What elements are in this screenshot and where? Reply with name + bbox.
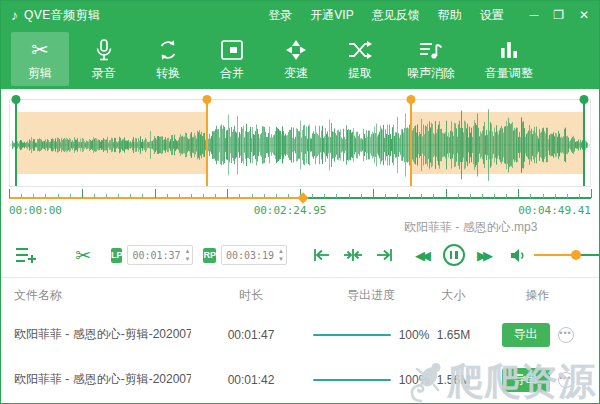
ruler-tick: [191, 194, 192, 198]
shuffle-icon: [348, 37, 372, 63]
cut-selection-icon[interactable]: ✂: [75, 244, 91, 267]
ruler-tick: [70, 194, 71, 198]
spin-down-icon[interactable]: ▼: [184, 255, 190, 263]
right-point-spinner[interactable]: ▲▼: [278, 247, 284, 263]
menu-login[interactable]: 登录: [268, 7, 292, 24]
speaker-icon[interactable]: [511, 249, 526, 262]
ruler-tick: [106, 194, 107, 198]
jump-to-cursor-icon[interactable]: [344, 248, 362, 262]
time-labels: 00:00:00 00:02:24.95 00:04:49.41: [9, 204, 591, 217]
volume-thumb[interactable]: [571, 250, 581, 260]
tab-denoise[interactable]: 噪声消除: [395, 32, 467, 86]
size-cell: 1.56M: [431, 373, 476, 387]
timeline-ruler[interactable]: [9, 187, 591, 203]
edit-control-bar: ✂ LP ▲▼ RP ▲▼ ◀◀ ▶▶: [1, 236, 599, 274]
col-header-duration: 时长: [191, 287, 311, 304]
rewind-icon[interactable]: ◀◀: [415, 248, 431, 263]
volume-bars-icon: [499, 37, 519, 63]
add-file-icon[interactable]: [15, 246, 37, 264]
ruler-tick: [58, 194, 59, 198]
size-cell: 1.65M: [431, 328, 476, 342]
table-row: 欧阳菲菲 - 感恩的心-剪辑-202007201742... 00:01:42 …: [1, 357, 599, 402]
tab-record[interactable]: 录音: [75, 32, 133, 86]
col-header-filename: 文件名称: [1, 287, 191, 304]
track-start-handle[interactable]: [15, 95, 17, 186]
ruler-tick: [336, 194, 337, 198]
ruler-tick: [567, 194, 568, 198]
ruler-tick: [421, 194, 422, 198]
ruler-tick: [397, 194, 398, 198]
current-file-name: 欧阳菲菲 - 感恩的心.mp3: [404, 219, 537, 236]
progress-cell: 100%: [311, 373, 431, 387]
waveform-canvas[interactable]: [10, 100, 590, 186]
scissors-icon: ✂: [31, 37, 49, 63]
menu-vip[interactable]: 开通VIP: [310, 7, 353, 24]
ruler-tick: [33, 194, 34, 198]
more-options-icon[interactable]: •••: [558, 372, 574, 388]
spin-down-icon[interactable]: ▼: [278, 255, 284, 263]
export-button[interactable]: 导出: [502, 368, 550, 392]
ruler-tick: [446, 189, 447, 198]
tab-cut[interactable]: ✂ 剪辑: [11, 32, 69, 86]
ruler-tick: [373, 189, 374, 198]
ruler-tick: [349, 194, 350, 198]
transport-controls: ◀◀ ▶▶: [415, 244, 493, 266]
maximize-icon[interactable]: ❐: [553, 9, 564, 21]
window-controls: ─ ❐ ✕: [530, 9, 589, 21]
ruler-tick: [458, 194, 459, 198]
left-point-timebox: ▲▼: [127, 245, 193, 266]
minimize-icon[interactable]: ─: [530, 9, 539, 21]
volume-slider[interactable]: [534, 254, 600, 256]
export-button[interactable]: 导出: [502, 323, 550, 347]
ruler-tick: [324, 194, 325, 198]
right-point-badge[interactable]: RP: [203, 248, 216, 263]
progress-percent: 100%: [399, 373, 430, 387]
ruler-tick: [361, 194, 362, 198]
ruler-tick: [312, 194, 313, 198]
file-name-cell: 欧阳菲菲 - 感恩的心-剪辑-202007201742...: [1, 371, 191, 388]
tab-speed[interactable]: 变速: [267, 32, 325, 86]
menu-settings[interactable]: 设置: [480, 7, 504, 24]
jump-to-end-icon[interactable]: [376, 248, 393, 262]
ruler-tick: [179, 194, 180, 198]
duration-cell: 00:01:42: [191, 373, 311, 387]
col-header-action: 操作: [476, 287, 599, 304]
current-file-row: 欧阳菲菲 - 感恩的心.mp3: [1, 219, 599, 236]
track-end-handle[interactable]: [583, 95, 585, 186]
pause-button[interactable]: [443, 244, 465, 266]
end-handle-line: [583, 103, 585, 186]
jump-to-start-icon[interactable]: [313, 248, 330, 262]
left-point-badge[interactable]: LP: [111, 248, 123, 263]
spin-up-icon[interactable]: ▲: [184, 247, 190, 255]
volume-fill: [534, 254, 576, 256]
ruler-tick: [518, 189, 519, 198]
ruler-tick: [142, 194, 143, 198]
left-point-spinner[interactable]: ▲▼: [184, 247, 190, 263]
ruler-tick: [506, 194, 507, 198]
time-end-label: 00:04:49.41: [518, 204, 591, 217]
tab-volume[interactable]: 音量调整: [473, 32, 545, 86]
left-cut-point-handle[interactable]: [206, 95, 208, 186]
playhead-cursor[interactable]: [297, 192, 308, 203]
volume-control: [511, 249, 600, 262]
close-icon[interactable]: ✕: [579, 9, 589, 21]
ruler-tick: [591, 189, 592, 198]
tab-merge[interactable]: 合并: [203, 32, 261, 86]
microphone-icon: [94, 37, 114, 63]
titlebar-menu: 登录 开通VIP 意见反馈 帮助 设置: [268, 7, 503, 24]
ruler-tick: [555, 194, 556, 198]
tab-extract[interactable]: 提取: [331, 32, 389, 86]
right-cut-point-handle[interactable]: [410, 95, 412, 186]
tab-convert[interactable]: 转换: [139, 32, 197, 86]
ruler-tick: [94, 194, 95, 198]
waveform-panel: [9, 99, 591, 187]
fast-forward-icon[interactable]: ▶▶: [477, 248, 493, 263]
ruler-tick: [494, 194, 495, 198]
menu-feedback[interactable]: 意见反馈: [372, 7, 420, 24]
app-logo-music-note-icon: ♪: [11, 7, 18, 23]
title-bar: ♪ QVE音频剪辑 登录 开通VIP 意见反馈 帮助 设置 ─ ❐ ✕: [1, 1, 599, 29]
menu-help[interactable]: 帮助: [438, 7, 462, 24]
more-options-icon[interactable]: •••: [558, 327, 574, 343]
table-row: 欧阳菲菲 - 感恩的心-剪辑-202007201742... 00:01:47 …: [1, 312, 599, 357]
spin-up-icon[interactable]: ▲: [278, 247, 284, 255]
